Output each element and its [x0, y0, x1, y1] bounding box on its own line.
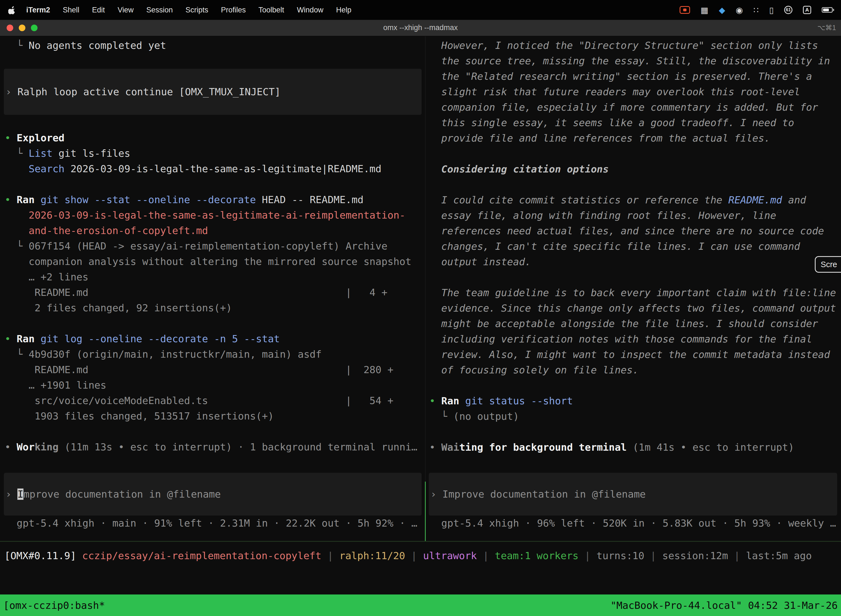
- terminal-line: review. Also, I might want to inspect th…: [426, 347, 841, 362]
- terminal-line: • Waiting for background terminal (1m 41…: [426, 440, 841, 455]
- title-bar[interactable]: omx --xhigh --madmax ⌥⌘1: [0, 20, 841, 37]
- menu-edit[interactable]: Edit: [86, 6, 111, 14]
- terminal-line: [426, 378, 841, 393]
- text-segment: changes, I can't cite specific file line…: [429, 241, 800, 252]
- terminal-line: companion analysis without altering the …: [0, 254, 425, 269]
- text-segment: Improve documentation in @filename: [442, 488, 646, 500]
- text-segment: provide file and line references from th…: [429, 132, 770, 144]
- text-segment: essay file, along with finding root file…: [429, 210, 776, 221]
- text-segment: README.md | 280 +: [5, 364, 393, 375]
- pane-divider-active-segment: [425, 482, 426, 541]
- text-segment: team:1 workers: [495, 550, 578, 561]
- text-segment: └: [5, 40, 29, 51]
- text-segment: |: [321, 550, 339, 561]
- menu-status-icons: ▦◆◉∷▯61A: [680, 5, 833, 15]
- text-segment: companion analysis without altering the …: [5, 256, 412, 267]
- battery-icon[interactable]: [822, 7, 833, 13]
- terminal-line: └ 4b9d30f (origin/main, instructkr/main,…: [0, 347, 425, 362]
- terminal-line: Search 2026-03-09-is-legal-the-same-as-l…: [0, 161, 425, 177]
- terminal-line: … +1901 lines: [0, 378, 425, 393]
- terminal-line: slight risk that future readers may over…: [426, 84, 841, 100]
- screen-edge-tooltip[interactable]: Scre: [815, 256, 841, 273]
- text-segment: this single essay, it seems like a good …: [429, 117, 794, 128]
- blue-app-icon[interactable]: ◆: [719, 5, 725, 15]
- text-segment: HEAD -- README.md: [256, 194, 363, 205]
- right-prompt-text: › Improve documentation in @filename: [431, 488, 646, 500]
- text-segment: cczip/essay/ai-reimplementation-copyleft: [82, 550, 321, 561]
- omx-status-bar: [OMX#0.11.9] cczip/essay/ai-reimplementa…: [4, 548, 812, 563]
- text-segment: mprove documentation in @filename: [23, 488, 221, 500]
- menu-help[interactable]: Help: [330, 6, 358, 14]
- terminal-line: • Explored: [0, 130, 425, 146]
- text-segment: Wor: [16, 441, 35, 453]
- menu-toolbelt[interactable]: Toolbelt: [252, 6, 290, 14]
- record-dot: [683, 9, 687, 11]
- text-segment: Ran: [441, 395, 459, 406]
- text-segment: … +2 lines: [5, 271, 88, 283]
- menu-scripts[interactable]: Scripts: [179, 6, 215, 14]
- text-segment: turns:10: [596, 550, 644, 561]
- round-app-icon[interactable]: ◉: [736, 5, 743, 15]
- terminal-line: and-the-erosion-of-copyleft.md: [0, 223, 425, 238]
- text-segment: |: [728, 550, 746, 561]
- text-segment: However, I noticed the "Directory Struct…: [429, 40, 818, 51]
- phone-icon[interactable]: ▯: [769, 5, 774, 15]
- menu-session[interactable]: Session: [140, 6, 179, 14]
- inject-prompt-text: › Ralph loop active continue [OMX_TMUX_I…: [6, 86, 281, 97]
- text-segment: might be acceptable alongside the file l…: [429, 318, 818, 329]
- menu-window[interactable]: Window: [290, 6, 330, 14]
- terminal-line: However, I noticed the "Directory Struct…: [426, 38, 841, 53]
- dots-grid-icon[interactable]: ∷: [753, 5, 759, 15]
- text-segment: references need actual files, and since …: [429, 225, 824, 236]
- text-segment: I: [18, 488, 23, 500]
- text-segment: (11m 13s • esc to interrupt) · 1 backgro…: [59, 441, 417, 453]
- screen-recording-indicator[interactable]: [680, 6, 690, 14]
- inject-prompt-box[interactable]: › Ralph loop active continue [OMX_TMUX_I…: [4, 69, 422, 115]
- menu-iterm2[interactable]: iTerm2: [20, 6, 57, 14]
- text-segment: git log --oneline --decorate -n 5 --stat: [41, 333, 280, 345]
- terminal-line: 2026-03-09-is-legal-the-same-as-legitima…: [0, 208, 425, 223]
- right-prompt-input[interactable]: › Improve documentation in @filename: [429, 473, 837, 516]
- text-segment: ›: [6, 86, 18, 97]
- text-segment: session:12m: [662, 550, 728, 561]
- terminal-line: the "Related research writing" section i…: [426, 69, 841, 84]
- terminal-line: this single essay, it seems like a good …: [426, 115, 841, 131]
- terminal-line: references need actual files, and since …: [426, 223, 841, 239]
- terminal-line: [0, 177, 425, 192]
- grid-app-icon[interactable]: ▦: [700, 5, 708, 15]
- terminal-line: Considering citation options: [426, 161, 841, 177]
- gauge-61-icon[interactable]: 61: [784, 6, 793, 14]
- terminal-line: • Working (11m 13s • esc to interrupt) ·…: [0, 439, 425, 455]
- text-segment: README.md | 4 +: [5, 287, 387, 298]
- text-segment: Considering citation options: [429, 163, 609, 175]
- input-source-icon[interactable]: A: [803, 6, 811, 14]
- text-segment: 1903 files changed, 513517 insertions(+): [5, 411, 274, 422]
- menu-shell[interactable]: Shell: [57, 6, 86, 14]
- terminal-line: 1903 files changed, 513517 insertions(+): [0, 408, 425, 424]
- text-segment: and-the-erosion-of-copyleft.md: [29, 225, 208, 236]
- text-segment: |: [644, 550, 662, 561]
- terminal-line: 2 files changed, 92 insertions(+): [0, 300, 425, 316]
- text-segment: └: [429, 411, 453, 422]
- terminal-line: src/voice/voiceModeEnabled.ts | 54 +: [0, 393, 425, 408]
- text-segment: 2 files changed, 92 insertions(+): [5, 302, 232, 314]
- text-segment: git ls-files: [53, 148, 130, 159]
- menu-items: iTerm2ShellEditViewSessionScriptsProfile…: [20, 6, 357, 14]
- text-segment: ›: [6, 488, 18, 500]
- left-prompt-input[interactable]: › Improve documentation in @filename: [4, 473, 422, 516]
- menu-profiles[interactable]: Profiles: [215, 6, 252, 14]
- screen: iTerm2ShellEditViewSessionScriptsProfile…: [0, 0, 841, 616]
- text-segment: 2026-03-09-is-legal-the-same-as-legitima…: [29, 210, 405, 221]
- text-segment: Search: [29, 163, 64, 175]
- terminal-line: output instead.: [426, 254, 841, 270]
- pane-divider[interactable]: [425, 37, 426, 541]
- menu-view[interactable]: View: [111, 6, 140, 14]
- text-segment: Explored: [16, 132, 64, 144]
- text-segment: ›: [431, 488, 442, 500]
- text-segment: List: [29, 148, 53, 159]
- text-segment: [35, 333, 41, 345]
- apple-menu-icon[interactable]: [8, 6, 15, 14]
- text-segment: •: [5, 441, 16, 453]
- terminal-line: of focusing solely on file lines.: [426, 362, 841, 378]
- right-status-line: gpt-5.4 xhigh · 96% left · 520K in · 5.8…: [426, 516, 841, 531]
